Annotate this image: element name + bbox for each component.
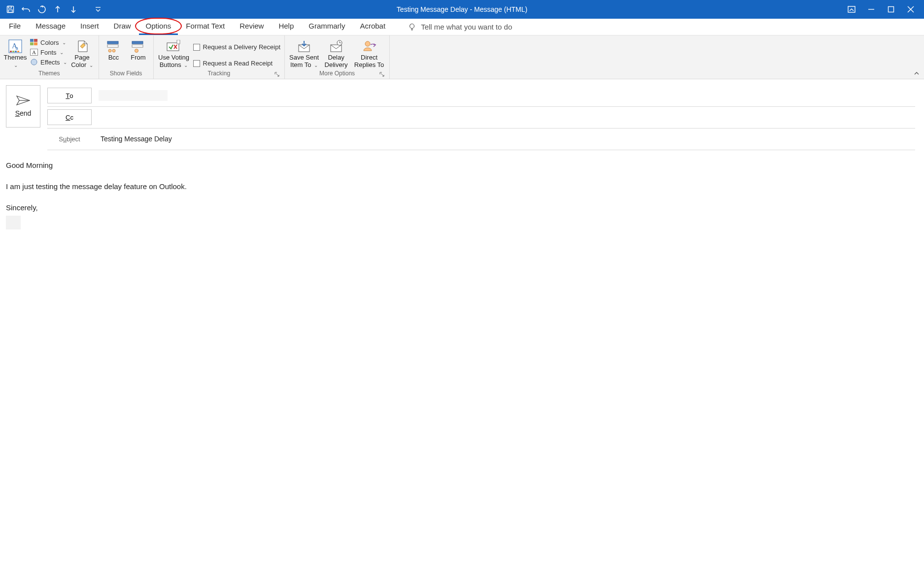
direct-replies-button[interactable]: DirectReplies To — [353, 37, 385, 69]
checkbox-icon — [193, 44, 200, 51]
send-button[interactable]: Send — [6, 85, 40, 128]
delay-label1: Delay — [328, 54, 344, 61]
svg-point-32 — [135, 49, 138, 53]
bcc-button[interactable]: Bcc — [103, 37, 125, 62]
ribbon: Aa Themes⌄ Colors⌄ A Fonts⌄ Effects⌄ — [0, 35, 924, 79]
delay-icon — [328, 39, 344, 53]
save-sent-label2: Item To — [290, 61, 311, 68]
undo-icon[interactable] — [22, 5, 31, 14]
group-show-fields: Bcc From Show Fields — [99, 35, 154, 79]
tab-help[interactable]: Help — [272, 19, 301, 35]
page-color-label2: Color — [71, 61, 86, 68]
maximize-icon[interactable] — [887, 5, 895, 14]
svg-rect-20 — [34, 39, 37, 42]
svg-rect-17 — [15, 51, 17, 52]
svg-rect-6 — [889, 7, 894, 12]
title-bar: Testing Message Delay - Message (HTML) — [0, 0, 924, 19]
dialog-launcher-icon[interactable] — [379, 72, 385, 78]
close-icon[interactable] — [906, 5, 915, 14]
read-receipt-checkbox[interactable]: Request a Read Receipt — [193, 59, 281, 68]
from-button[interactable]: From — [128, 37, 149, 62]
svg-rect-30 — [132, 41, 143, 44]
svg-rect-18 — [17, 51, 19, 52]
delivery-receipt-checkbox[interactable]: Request a Delivery Receipt — [193, 42, 281, 52]
themes-label: Themes — [4, 54, 27, 61]
tab-options-label: Options — [146, 22, 171, 30]
tab-acrobat[interactable]: Acrobat — [353, 19, 392, 35]
dialog-launcher-icon[interactable] — [274, 72, 280, 78]
delay-delivery-button[interactable]: DelayDelivery — [322, 37, 350, 69]
svg-text:A: A — [32, 49, 36, 55]
send-label: Send — [15, 109, 32, 117]
tracking-group-text: Tracking — [207, 70, 230, 77]
more-options-group-text: More Options — [319, 70, 355, 77]
svg-rect-16 — [12, 51, 14, 52]
tab-grammarly[interactable]: Grammarly — [302, 19, 352, 35]
delivery-receipt-label: Request a Delivery Receipt — [203, 43, 281, 51]
svg-rect-2 — [8, 10, 12, 12]
tell-me-search[interactable]: Tell me what you want to do — [408, 23, 512, 31]
quick-access-toolbar — [0, 5, 103, 14]
window-title: Testing Message Delay - Message (HTML) — [397, 5, 527, 13]
themes-button[interactable]: Aa Themes⌄ — [4, 37, 27, 69]
fonts-button[interactable]: A Fonts⌄ — [30, 48, 67, 56]
tab-review[interactable]: Review — [233, 19, 271, 35]
direct-label2: Replies To — [354, 61, 384, 68]
svg-text:a: a — [16, 45, 18, 51]
tab-format-text[interactable]: Format Text — [179, 19, 232, 35]
to-value-redacted[interactable] — [99, 90, 168, 101]
voting-button[interactable]: Use VotingButtons ⌄ — [158, 37, 190, 69]
tab-options[interactable]: Options — [139, 19, 178, 35]
save-icon[interactable] — [6, 5, 15, 14]
themes-icon: Aa — [7, 39, 23, 53]
lightbulb-icon — [408, 23, 416, 31]
svg-rect-22 — [34, 42, 37, 45]
to-row: To — [47, 85, 915, 107]
svg-rect-19 — [30, 39, 34, 42]
page-color-button[interactable]: PageColor ⌄ — [70, 37, 95, 69]
tab-draw[interactable]: Draw — [107, 19, 138, 35]
svg-point-29 — [112, 49, 115, 52]
effects-icon — [30, 58, 38, 66]
group-label-show-fields: Show Fields — [103, 69, 149, 79]
to-button[interactable]: To — [47, 88, 92, 103]
svg-point-9 — [410, 24, 414, 28]
svg-rect-21 — [30, 42, 34, 45]
direct-replies-icon — [361, 39, 377, 53]
save-sent-label1: Save Sent — [289, 54, 319, 61]
voting-icon — [166, 39, 182, 53]
message-body[interactable]: Good Morning I am just testing the messa… — [6, 150, 915, 229]
collapse-ribbon-icon[interactable] — [913, 70, 920, 77]
group-more-options: Save SentItem To ⌄ DelayDelivery DirectR… — [285, 35, 390, 79]
signature-redacted — [6, 216, 21, 229]
subject-value[interactable]: Testing Message Delay — [99, 135, 172, 143]
tell-me-label: Tell me what you want to do — [421, 23, 512, 31]
send-icon — [16, 96, 30, 105]
tab-insert[interactable]: Insert — [73, 19, 106, 35]
next-item-icon — [69, 5, 78, 14]
from-label: From — [131, 54, 145, 62]
bcc-label: Bcc — [108, 54, 119, 62]
redo-icon[interactable] — [37, 5, 46, 14]
svg-rect-26 — [107, 41, 118, 44]
colors-button[interactable]: Colors⌄ — [30, 38, 67, 46]
body-line-3: Sincerely, — [6, 202, 912, 213]
from-icon — [131, 39, 146, 53]
minimize-icon[interactable] — [867, 5, 876, 14]
svg-rect-31 — [132, 45, 143, 47]
delay-label2: Delivery — [325, 61, 348, 68]
tab-file[interactable]: File — [2, 19, 28, 35]
subject-label: Subject — [47, 135, 92, 143]
bcc-icon — [106, 39, 122, 53]
effects-button[interactable]: Effects⌄ — [30, 58, 67, 66]
cc-button[interactable]: Cc — [47, 109, 92, 125]
group-label-tracking: Tracking — [158, 69, 281, 79]
svg-rect-1 — [8, 6, 11, 8]
qat-customize-icon[interactable] — [94, 5, 103, 14]
ribbon-display-icon[interactable] — [847, 5, 856, 14]
tab-message[interactable]: Message — [29, 19, 72, 35]
cc-row: Cc — [47, 107, 915, 129]
page-color-icon — [74, 39, 90, 53]
save-sent-button[interactable]: Save SentItem To ⌄ — [289, 37, 319, 69]
colors-label: Colors — [40, 39, 59, 46]
